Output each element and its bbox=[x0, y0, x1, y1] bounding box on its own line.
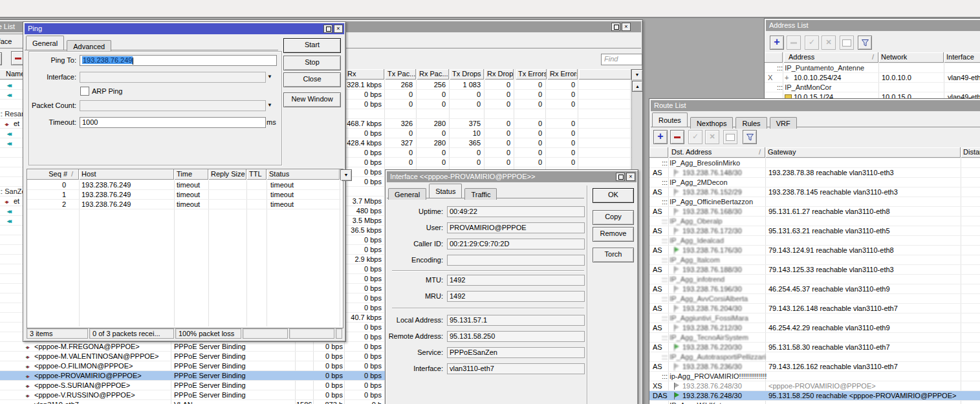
column-header[interactable]: Network bbox=[879, 52, 944, 63]
interface-dialog-titlebar[interactable]: Interface <<pppoe-PROVAMIRIO@PPPOE>> bbox=[387, 171, 637, 182]
field-value-mru[interactable]: 1492 bbox=[447, 291, 585, 302]
tab-rules[interactable]: Rules bbox=[735, 117, 767, 129]
field-value-remoteaddress[interactable]: 95.131.58.250 bbox=[447, 331, 585, 342]
comment-row[interactable]: ::: IP_Agg_Idealcad bbox=[649, 236, 980, 246]
close-icon[interactable]: × bbox=[622, 23, 631, 31]
find-input[interactable]: Find bbox=[601, 54, 642, 65]
maximize-icon[interactable] bbox=[611, 23, 620, 31]
comment-row[interactable]: ::: ip-Agg_PROVAMIRIO!!!!!!!!!!!!!! bbox=[649, 372, 980, 381]
maximize-icon[interactable] bbox=[616, 173, 625, 181]
column-header[interactable]: Tx Errors bbox=[516, 69, 547, 80]
comment-row[interactable]: ::: IP_Puntamento_Antenne bbox=[765, 63, 980, 73]
close-icon[interactable]: × bbox=[626, 173, 635, 181]
route-row[interactable]: XS193.238.76.248/30<pppoe-PROVAMIRIO@PPP… bbox=[649, 381, 980, 391]
route-row[interactable]: DAS193.238.76.248/3095.131.58.250 reacha… bbox=[649, 391, 980, 401]
column-header[interactable]: Rx Errors bbox=[548, 69, 578, 80]
comment-row[interactable]: ::: IP_Agg_2MDecon bbox=[649, 178, 980, 187]
close-icon[interactable]: × bbox=[334, 25, 343, 33]
column-header[interactable]: Status bbox=[267, 169, 340, 180]
comment-button[interactable] bbox=[840, 36, 854, 50]
column-header[interactable] bbox=[765, 52, 783, 63]
remove-route-button[interactable] bbox=[670, 130, 684, 144]
column-header[interactable]: Seq #/ bbox=[27, 169, 79, 180]
field-value-user[interactable]: PROVAMIRIO@PPPOE bbox=[447, 222, 585, 233]
column-header[interactable]: Tx Drops bbox=[450, 69, 484, 80]
route-row[interactable]: AS193.238.76.212/3046.254.42.29 reachabl… bbox=[649, 323, 980, 333]
route-row[interactable]: AS193.238.76.236/3079.143.126.162 reacha… bbox=[649, 362, 980, 372]
new-window-button[interactable]: New Window bbox=[283, 92, 341, 107]
scroll-up-icon[interactable]: ▲ bbox=[632, 81, 643, 92]
packet-count-dropdown-icon[interactable]: ▼ bbox=[265, 100, 275, 111]
route-row[interactable]: AS193.238.76.188/3079.143.125.33 reachab… bbox=[649, 265, 980, 275]
column-header[interactable]: Gateway bbox=[766, 147, 961, 158]
address-list-titlebar[interactable]: Address List bbox=[766, 20, 980, 31]
column-header[interactable]: Tx Pac... bbox=[386, 69, 416, 80]
maximize-icon[interactable] bbox=[323, 25, 332, 33]
comment-row[interactable]: ::: IP_Agg_Italcom bbox=[649, 255, 980, 265]
interface-status-dialog[interactable]: Interface <<pppoe-PROVAMIRIO@PPPOE>> × G… bbox=[385, 169, 638, 404]
add-route-button[interactable]: + bbox=[653, 130, 668, 144]
tab-general[interactable]: General bbox=[26, 36, 64, 50]
route-row[interactable]: AS193.238.76.168/3095.131.61.27 reachabl… bbox=[649, 207, 980, 217]
start-button[interactable]: Start bbox=[283, 38, 341, 53]
column-header[interactable]: Rx Pac... bbox=[417, 69, 449, 80]
comment-row[interactable]: ::: IP_Agg_BresolinMirko bbox=[649, 158, 980, 168]
field-value-callerid[interactable]: 00:21:29:C9:70:2D bbox=[447, 239, 585, 250]
route-list-titlebar[interactable]: Route List bbox=[651, 100, 980, 111]
column-header[interactable]: Reply Size bbox=[209, 169, 246, 180]
route-list-window[interactable]: Route List Routes Nexthops Rules VRF + ✓… bbox=[649, 98, 980, 404]
comment-row[interactable]: ::: IP_AntMonCor bbox=[765, 83, 980, 92]
tab-advanced[interactable]: Advanced bbox=[67, 40, 111, 52]
stop-button[interactable]: Stop bbox=[283, 56, 341, 70]
timeout-input[interactable]: 1000 bbox=[80, 117, 266, 128]
filter-button[interactable] bbox=[858, 36, 872, 50]
tab-routes[interactable]: Routes bbox=[652, 112, 688, 127]
field-value-mtu[interactable]: 1492 bbox=[447, 275, 585, 286]
route-row[interactable]: AS193.238.76.220/3095.131.58.30 reachabl… bbox=[649, 343, 980, 352]
column-header[interactable]: Interface bbox=[944, 52, 980, 63]
tab-interface[interactable]: Interface bbox=[0, 34, 24, 48]
column-header[interactable]: Time bbox=[175, 169, 208, 180]
column-header[interactable]: Rx Drops bbox=[485, 69, 514, 80]
comment-row[interactable]: ::: IP_Agg_infotrend bbox=[649, 275, 980, 284]
ping-dialog[interactable]: Ping × General Advanced Ping To: 193.238… bbox=[23, 21, 346, 342]
arp-ping-checkbox[interactable] bbox=[80, 87, 89, 96]
ping-result-row[interactable]: 0193.238.76.249timeouttimeout bbox=[27, 180, 342, 190]
column-header[interactable]: Rx bbox=[345, 69, 384, 80]
tab-nexthops[interactable]: Nexthops bbox=[690, 117, 733, 129]
disable-address-button[interactable]: ✕ bbox=[822, 36, 836, 50]
field-value-encoding[interactable] bbox=[447, 255, 585, 266]
ping-titlebar[interactable]: Ping bbox=[25, 23, 344, 34]
comment-row[interactable]: ::: IP_Aggiuntivi_FossiMara bbox=[649, 314, 980, 323]
column-header[interactable]: Distance bbox=[961, 147, 980, 158]
interface-dropdown-icon[interactable]: ▼ bbox=[265, 72, 275, 82]
copy-button[interactable]: Copy bbox=[593, 210, 634, 225]
remove-address-button[interactable] bbox=[787, 36, 801, 50]
tab-vrf[interactable]: VRF bbox=[770, 117, 797, 129]
ping-result-row[interactable]: 2193.238.76.249timeouttimeout bbox=[27, 200, 342, 209]
tab-traffic[interactable]: Traffic bbox=[464, 188, 497, 200]
comment-button[interactable] bbox=[723, 130, 737, 144]
tab-status[interactable]: Status bbox=[429, 184, 462, 198]
field-value-service[interactable]: PPPoESanZen bbox=[447, 347, 585, 358]
add-address-button[interactable]: + bbox=[770, 36, 784, 50]
column-header[interactable] bbox=[579, 69, 631, 80]
route-row[interactable]: AS193.238.76.176/3079.143.124.91 reachab… bbox=[649, 246, 980, 255]
interface-type-dropdown[interactable]: ▼ bbox=[0, 52, 2, 65]
column-header[interactable]: TTL bbox=[247, 169, 267, 180]
enable-address-button[interactable]: ✓ bbox=[805, 36, 819, 50]
interface-input[interactable] bbox=[80, 72, 266, 83]
enable-route-button[interactable]: ✓ bbox=[688, 130, 702, 144]
comment-row[interactable]: ::: IP_Agg_Oberalp bbox=[649, 217, 980, 226]
comment-row[interactable]: ::: IP_Agg_AutotrasportiPellizzari bbox=[649, 352, 980, 362]
field-value-uptime[interactable]: 00:49:22 bbox=[447, 206, 585, 217]
field-value-localaddress[interactable]: 95.131.57.1 bbox=[447, 315, 585, 326]
address-row[interactable]: X+10.0.10.254/2410.0.10.0vlan49-eth3 bbox=[765, 73, 980, 83]
ping-to-input[interactable]: 193.238.76.249 bbox=[80, 55, 277, 66]
route-row[interactable]: AS193.238.76.152/29193.238.78.145 reacha… bbox=[649, 187, 980, 197]
comment-row[interactable]: ::: IP_Agg_OfficineBertazzon bbox=[649, 197, 980, 207]
column-header[interactable]: Host bbox=[80, 169, 174, 180]
tab-general[interactable]: General bbox=[388, 188, 426, 200]
column-menu-icon[interactable]: ▼ bbox=[340, 169, 352, 181]
column-header[interactable]: Address/ bbox=[784, 52, 878, 63]
